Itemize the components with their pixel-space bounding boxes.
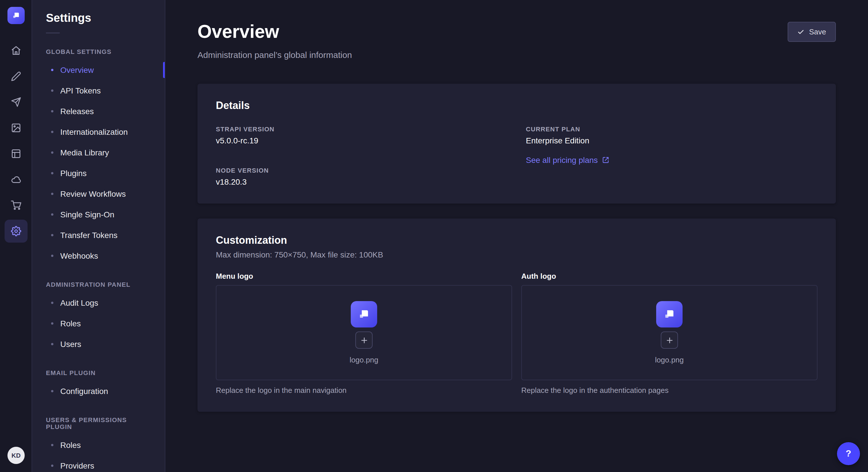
details-card: Details STRAPI VERSION v5.0.0-rc.19 NODE… [197,84,836,204]
subnav-section-label: EMAIL PLUGIN [46,369,151,376]
pricing-link-label: See all pricing plans [526,156,598,165]
strapi-logo[interactable] [7,7,24,24]
node-version-field: NODE VERSION v18.20.3 [216,167,507,187]
strapi-admin-settings: KD Settings GLOBAL SETTINGS Overview API… [0,0,868,472]
save-label: Save [809,28,826,36]
bullet-icon [51,151,53,154]
sidebar-item-single-sign-on[interactable]: Single Sign-On [46,204,151,225]
content-manager-icon[interactable] [4,65,27,88]
subnav-items: Audit Logs Roles Users [46,293,151,355]
page-subtitle: Administration panel’s global informatio… [197,50,352,60]
sidebar-item-plugins[interactable]: Plugins [46,163,151,183]
strapi-mark-icon [11,10,21,21]
sidebar-item-overview[interactable]: Overview [46,60,151,80]
divider [46,33,60,33]
plus-icon [360,336,368,344]
bullet-icon [51,193,53,195]
content-type-builder-icon[interactable] [4,142,27,165]
bullet-icon [51,69,53,71]
sidebar-item-api-tokens[interactable]: API Tokens [46,80,151,101]
sidebar-item-users[interactable]: Users [46,334,151,355]
field-label: NODE VERSION [216,167,507,174]
add-logo-button[interactable] [661,332,678,349]
bullet-icon [51,465,53,467]
bullet-icon [51,302,53,304]
details-right-column: CURRENT PLAN Enterprise Edition See all … [526,126,817,187]
menu-logo-dropzone[interactable]: logo.png [216,285,512,380]
bullet-icon [51,172,53,174]
page-title: Overview [197,22,352,42]
releases-icon[interactable] [4,91,27,113]
sidebar-item-label: Roles [60,319,81,328]
field-label: CURRENT PLAN [526,126,817,133]
sidebar-item-media-library[interactable]: Media Library [46,142,151,163]
bullet-icon [51,255,53,257]
media-library-icon[interactable] [4,116,27,139]
sidebar-item-label: Audit Logs [60,298,98,307]
marketplace-icon[interactable] [4,194,27,217]
logo-filename: logo.png [655,356,684,364]
settings-subnav: Settings GLOBAL SETTINGS Overview API To… [32,0,165,472]
bullet-icon [51,213,53,216]
upload-label: Auth logo [521,272,817,280]
sidebar-item-internationalization[interactable]: Internationalization [46,122,151,142]
sidebar-item-label: Plugins [60,169,87,178]
strapi-logo-preview [656,301,683,328]
bullet-icon [51,343,53,345]
sidebar-item-label: Review Workflows [60,189,126,198]
subnav-title: Settings [46,11,151,25]
page-header: Overview Administration panel’s global i… [197,22,836,60]
bullet-icon [51,390,53,392]
bullet-icon [51,90,53,92]
subnav-section: GLOBAL SETTINGS Overview API Tokens Rele… [46,48,151,266]
uploads-grid: Menu logo logo.png Replac [216,272,817,395]
home-icon[interactable] [4,39,27,62]
upload-caption: Replace the logo in the authentication p… [521,386,817,395]
main-content: Overview Administration panel’s global i… [165,0,868,472]
subnav-section: USERS & PERMISSIONS PLUGIN Roles Provide… [46,416,151,472]
sidebar-item-providers[interactable]: Providers [46,456,151,472]
sidebar-item-label: Users [60,339,81,349]
auth-logo-dropzone[interactable]: logo.png [521,285,817,380]
details-title: Details [216,100,817,112]
customization-title: Customization [216,235,817,247]
details-grid: STRAPI VERSION v5.0.0-rc.19 NODE VERSION… [216,126,817,187]
current-plan-field: CURRENT PLAN Enterprise Edition [526,126,817,145]
sidebar-item-label: Configuration [60,386,108,396]
external-link-icon [602,157,609,164]
user-avatar[interactable]: KD [7,447,25,464]
bullet-icon [51,444,53,446]
sidebar-item-label: Internationalization [60,127,128,136]
sidebar-item-roles[interactable]: Roles [46,435,151,456]
strapi-version-field: STRAPI VERSION v5.0.0-rc.19 [216,126,507,145]
field-value: v18.20.3 [216,177,507,187]
subnav-items: Roles Providers [46,435,151,472]
rail-nav [4,39,27,243]
pricing-link[interactable]: See all pricing plans [526,156,609,165]
sidebar-item-label: Providers [60,461,94,470]
sidebar-item-releases[interactable]: Releases [46,101,151,122]
subnav-items: Configuration [46,381,151,401]
save-button[interactable]: Save [788,22,836,42]
sidebar-item-webhooks[interactable]: Webhooks [46,245,151,266]
sidebar-item-label: Webhooks [60,251,98,260]
sidebar-item-transfer-tokens[interactable]: Transfer Tokens [46,225,151,245]
bullet-icon [51,110,53,112]
cloud-icon[interactable] [4,168,27,191]
subnav-section-label: GLOBAL SETTINGS [46,48,151,55]
sidebar-item-review-workflows[interactable]: Review Workflows [46,183,151,204]
help-button[interactable]: ? [837,442,860,465]
sidebar-item-label: Single Sign-On [60,210,114,219]
settings-icon[interactable] [4,220,27,243]
add-logo-button[interactable] [355,332,373,349]
subnav-items: Overview API Tokens Releases Internation… [46,60,151,266]
subnav-section-label: ADMINISTRATION PANEL [46,281,151,288]
sidebar-item-label: API Tokens [60,86,101,95]
sidebar-item-audit-logs[interactable]: Audit Logs [46,293,151,313]
sidebar-item-label: Overview [60,65,94,74]
customization-card: Customization Max dimension: 750×750, Ma… [197,218,836,412]
bullet-icon [51,234,53,236]
subnav-section: ADMINISTRATION PANEL Audit Logs Roles Us… [46,281,151,355]
sidebar-item-roles[interactable]: Roles [46,313,151,334]
sidebar-item-configuration[interactable]: Configuration [46,381,151,401]
